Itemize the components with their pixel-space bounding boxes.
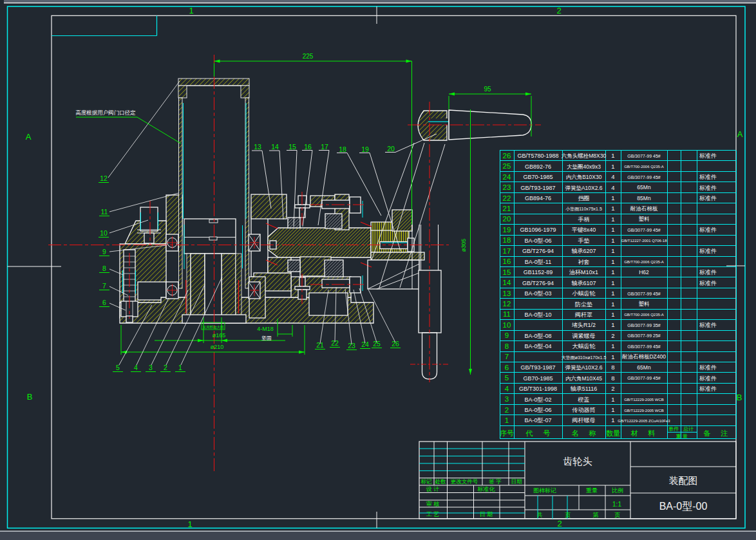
svg-text:12: 12 — [100, 174, 108, 182]
svg-text:耐油石棉板: 耐油石棉板 — [630, 205, 658, 212]
svg-text:2: 2 — [611, 332, 614, 339]
svg-text:12: 12 — [503, 300, 511, 308]
svg-text:GB/T12229-2005 WCB: GB/T12229-2005 WCB — [624, 398, 664, 402]
svg-text:A: A — [26, 132, 32, 142]
svg-text:7: 7 — [102, 282, 106, 290]
svg-text:GB/T276-94: GB/T276-94 — [522, 248, 554, 254]
svg-text:17: 17 — [321, 143, 328, 151]
svg-text:B: B — [27, 392, 33, 402]
svg-text:GB/3077-99 45#: GB/3077-99 45# — [627, 175, 660, 180]
svg-text:10: 10 — [100, 229, 108, 237]
svg-text:GB/3077-99 45#: GB/3077-99 45# — [627, 154, 660, 158]
svg-text:1: 1 — [611, 342, 614, 349]
svg-text:内六角M10X45: 内六角M10X45 — [565, 375, 602, 382]
svg-text:4: 4 — [611, 184, 614, 191]
svg-text:9: 9 — [102, 248, 106, 256]
svg-text:1: 1 — [611, 321, 614, 328]
svg-text:16: 16 — [304, 143, 312, 151]
svg-text:页: 页 — [614, 512, 621, 518]
svg-text:标准件: 标准件 — [699, 227, 717, 233]
svg-text:标准件: 标准件 — [699, 248, 717, 254]
svg-text:标准件: 标准件 — [699, 153, 717, 159]
svg-text:18: 18 — [503, 236, 511, 244]
svg-text:13: 13 — [254, 143, 261, 151]
svg-text:图样标记: 图样标记 — [533, 487, 556, 494]
svg-text:GB894-76: GB894-76 — [525, 195, 551, 201]
svg-text:GB/3077-99 45#: GB/3077-99 45# — [627, 376, 660, 380]
svg-text:1: 1 — [611, 194, 614, 201]
svg-text:标准件: 标准件 — [699, 364, 717, 371]
svg-text:1: 1 — [611, 258, 614, 265]
svg-text:日 期: 日 期 — [480, 511, 493, 517]
svg-text:代: 代 — [525, 429, 533, 437]
svg-text:225: 225 — [303, 53, 314, 60]
svg-text:塑料: 塑料 — [639, 216, 650, 222]
svg-text:65Mn: 65Mn — [637, 364, 651, 371]
svg-text:13: 13 — [503, 290, 511, 297]
svg-text:更改文件号: 更改文件号 — [451, 478, 478, 485]
svg-text:耐油石棉板DZ400: 耐油石棉板DZ400 — [622, 353, 666, 360]
svg-text:14: 14 — [271, 143, 279, 151]
svg-text:1: 1 — [611, 216, 614, 223]
svg-text:26: 26 — [392, 340, 399, 348]
svg-text:大垫圈ø310xø170x1.5: 大垫圈ø310xø170x1.5 — [562, 355, 607, 360]
svg-text:1: 1 — [187, 519, 192, 529]
svg-text:25: 25 — [373, 340, 381, 348]
svg-text:65Mn: 65Mn — [637, 184, 651, 191]
svg-text:A: A — [737, 129, 743, 139]
svg-text:标准件: 标准件 — [699, 269, 717, 275]
svg-text:传动器筒: 传动器筒 — [572, 407, 596, 413]
svg-text:GB1096-1979: GB1096-1979 — [520, 227, 556, 233]
svg-text:手柄: 手柄 — [578, 216, 590, 223]
svg-text:BA-0型-10: BA-0型-10 — [524, 312, 551, 318]
svg-text:弹簧垫A10X2.6: 弹簧垫A10X2.6 — [565, 364, 602, 371]
svg-text:2: 2 — [164, 364, 167, 371]
svg-text:95: 95 — [484, 86, 491, 93]
svg-text:8: 8 — [102, 265, 106, 272]
svg-text:2: 2 — [557, 519, 562, 528]
svg-text:8: 8 — [611, 375, 614, 382]
svg-text:1: 1 — [611, 279, 614, 286]
svg-text:10: 10 — [503, 321, 511, 329]
svg-text:标准件: 标准件 — [699, 386, 717, 392]
svg-text:BA-0型-04: BA-0型-04 — [524, 343, 551, 349]
svg-text:小垫圈110x75x1.5: 小垫圈110x75x1.5 — [565, 207, 602, 212]
svg-text:挡圈: 挡圈 — [578, 195, 590, 201]
svg-text:页: 页 — [565, 512, 571, 518]
svg-text:2: 2 — [611, 385, 614, 392]
svg-text:1: 1 — [611, 301, 614, 308]
svg-text:4: 4 — [505, 385, 509, 393]
svg-text:1: 1 — [611, 311, 614, 318]
svg-text:24: 24 — [503, 173, 511, 181]
svg-text:20: 20 — [503, 215, 511, 223]
svg-text:24: 24 — [361, 340, 369, 348]
svg-text:GB/T12227-2001 Q706-18: GB/T12227-2001 Q706-18 — [621, 239, 667, 243]
svg-text:标准件: 标准件 — [699, 174, 717, 180]
svg-text:4: 4 — [134, 364, 138, 371]
svg-text:GB/3077-99 35#: GB/3077-99 35# — [627, 323, 660, 328]
svg-text:大蜗齿轮: 大蜗齿轮 — [572, 343, 596, 349]
svg-text:防尘垫: 防尘垫 — [575, 301, 592, 308]
svg-text:GB892-76: GB892-76 — [525, 163, 551, 170]
svg-text:B: B — [737, 393, 742, 402]
svg-text:堵头R1/2: 堵头R1/2 — [571, 322, 596, 328]
svg-text:6: 6 — [505, 364, 509, 371]
svg-text:号: 号 — [543, 429, 551, 437]
svg-text:比例: 比例 — [612, 487, 623, 494]
svg-text:1: 1 — [189, 6, 193, 15]
svg-text:单件: 单件 — [668, 426, 679, 432]
svg-text:1: 1 — [611, 396, 614, 403]
svg-text:GB/T700-2006 Q235-A: GB/T700-2006 Q235-A — [624, 313, 664, 317]
svg-text:衬套: 衬套 — [578, 259, 590, 265]
svg-text:1: 1 — [611, 205, 614, 212]
svg-text:18: 18 — [339, 145, 346, 153]
svg-text:GB/3077-99 45#: GB/3077-99 45# — [627, 344, 660, 349]
svg-text:名: 名 — [572, 429, 579, 437]
svg-text:ø210: ø210 — [211, 344, 224, 350]
svg-text:日期: 日期 — [511, 478, 522, 485]
svg-text:标准件: 标准件 — [699, 322, 717, 328]
svg-text:GB70-1985: GB70-1985 — [523, 174, 553, 180]
svg-text:11: 11 — [101, 208, 108, 216]
svg-text:23: 23 — [503, 183, 511, 191]
svg-text:BA-0型-06: BA-0型-06 — [524, 407, 551, 413]
